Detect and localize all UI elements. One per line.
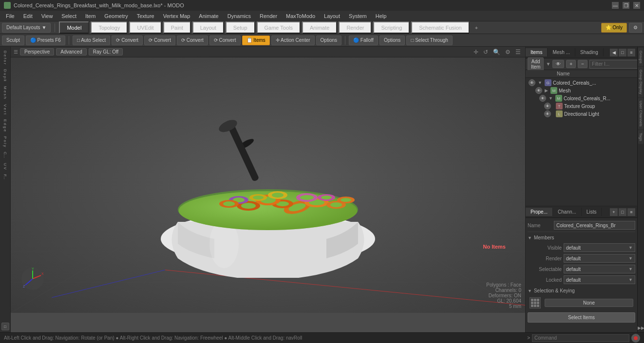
default-layouts-button[interactable]: Default Layouts ▼ — [2, 23, 51, 33]
sidebar-item-f[interactable]: F... — [2, 172, 8, 181]
visible-dropdown[interactable]: default ▼ — [564, 243, 635, 252]
sidebar-item-duplicate[interactable]: D u p li — [2, 67, 8, 83]
viewport-control-icon2[interactable]: ↺ — [483, 49, 488, 55]
props-tab-channels[interactable]: Chann... — [553, 208, 582, 216]
menu-edit[interactable]: Edit — [19, 12, 37, 20]
menu-vertexmap[interactable]: Vertex Map — [159, 12, 194, 20]
convert1-button[interactable]: ⟳ Convert — [112, 36, 143, 45]
eye-icon-5[interactable]: 👁 — [544, 110, 551, 117]
selection-keying-arrow-icon[interactable]: ▼ — [528, 289, 532, 293]
settings-button[interactable]: ⚙ — [629, 23, 642, 33]
menu-dynamics[interactable]: Dynamics — [224, 12, 255, 20]
eye-button[interactable]: 👁 — [552, 60, 564, 68]
items-button[interactable]: 📋 Items — [242, 36, 270, 45]
panel-expand-button[interactable]: ◀ — [610, 49, 618, 56]
maximize-button[interactable]: ❐ — [623, 2, 629, 9]
props-expand-button[interactable]: + — [610, 208, 618, 216]
options2-button[interactable]: Options — [379, 36, 405, 45]
sidebar-item-vertex[interactable]: V e r t — [2, 102, 8, 116]
viewport[interactable]: ☰ Perspective Advanced Ray GL: Off ✛ ↺ 🔍… — [11, 47, 525, 332]
tab-scripting[interactable]: Scripting — [373, 21, 409, 34]
tab-items[interactable]: Items — [526, 48, 548, 56]
sidebar-bottom-icon[interactable]: □ — [1, 323, 9, 330]
tab-setup[interactable]: Setup — [226, 21, 255, 34]
eye-icon-2[interactable]: 👁 — [535, 87, 542, 94]
add-icon-button[interactable]: + — [566, 60, 576, 68]
select-items-button[interactable]: Select Items — [528, 312, 635, 323]
props-tab-lists[interactable]: Lists — [582, 208, 602, 216]
viewport-control-icon3[interactable]: 🔍 — [493, 49, 500, 55]
vtab-groups[interactable]: Groups — [638, 48, 644, 66]
convert2-button[interactable]: ⟳ Convert — [144, 36, 175, 45]
options-button[interactable]: Options — [316, 36, 341, 45]
status-arrow[interactable]: > — [527, 335, 530, 341]
panel-menu-button[interactable]: ≡ — [627, 49, 635, 56]
menu-animate[interactable]: Animate — [195, 12, 222, 20]
tab-paint[interactable]: Paint — [163, 21, 190, 34]
record-button[interactable] — [631, 334, 640, 343]
tab-topology[interactable]: Topology — [91, 21, 127, 34]
filter-input[interactable] — [589, 60, 644, 69]
advanced-button[interactable]: Advanced — [56, 48, 86, 55]
tab-model[interactable]: Model — [59, 21, 89, 34]
menu-select[interactable]: Select — [57, 12, 80, 20]
eye-icon-1[interactable]: 👁 — [529, 79, 535, 86]
menu-system[interactable]: System — [345, 12, 371, 20]
viewport-control-icon5[interactable]: ☰ — [515, 49, 521, 55]
action-center-button[interactable]: ✛ Action Center — [271, 36, 315, 45]
items-list[interactable]: 👁 ▼ G Colored_Cereals_... 👁 ▶ M Mesh 👁 ▼… — [526, 78, 637, 206]
minimize-button[interactable]: — — [612, 2, 619, 9]
viewport-control-icon1[interactable]: ✛ — [474, 49, 478, 55]
menu-layout[interactable]: Layout — [320, 12, 344, 20]
item-row-colored-cereals-r[interactable]: 👁 ▼ M Colored_Cereals_R... — [527, 94, 636, 102]
sidebar-item-edge[interactable]: E d g e — [2, 117, 8, 133]
item-row-mesh[interactable]: 👁 ▶ M Mesh — [527, 87, 636, 94]
command-input[interactable] — [532, 334, 629, 342]
menu-file[interactable]: File — [2, 12, 19, 20]
add-tab-button[interactable]: + — [471, 23, 482, 33]
expand-arrow-1[interactable]: ▼ — [538, 80, 542, 85]
tab-animate[interactable]: Animate — [302, 21, 337, 34]
perspective-button[interactable]: Perspective — [20, 48, 54, 55]
tab-gametools[interactable]: Game Tools — [257, 21, 301, 34]
viewport-menu-icon[interactable]: ☰ — [14, 49, 18, 54]
auto-select-button[interactable]: □ Auto Select — [73, 36, 110, 45]
tab-render[interactable]: Render — [339, 21, 371, 34]
sculpt-button[interactable]: Sculpt — [2, 36, 24, 45]
item-row-texture-group[interactable]: 👁 T Texture Group — [527, 102, 636, 110]
props-tab-properties[interactable]: Prope... — [526, 208, 553, 216]
ray-off-button[interactable]: Ray GL: Off — [89, 48, 123, 55]
props-menu-button[interactable]: ≡ — [627, 208, 635, 216]
menu-geometry[interactable]: Geometry — [100, 12, 132, 20]
locked-dropdown[interactable]: default ▼ — [564, 275, 635, 284]
sidebar-item-mesh[interactable]: M e s h — [2, 84, 8, 101]
props-float-button[interactable]: □ — [619, 208, 626, 216]
name-input[interactable] — [554, 221, 635, 230]
vtab-tags[interactable]: Tags — [638, 130, 644, 144]
selectable-dropdown[interactable]: default ▼ — [564, 265, 635, 273]
panel-float-button[interactable]: □ — [619, 49, 626, 56]
menu-item[interactable]: Item — [81, 12, 99, 20]
none-button[interactable]: None — [545, 299, 633, 307]
sidebar-item-c[interactable]: C... — [2, 150, 8, 160]
select-through-button[interactable]: □ Select Through — [406, 36, 452, 45]
presets-button[interactable]: 🔵 Presets F6 — [26, 36, 65, 45]
render-dropdown[interactable]: default ▼ — [564, 254, 635, 263]
falloff-button[interactable]: 🔵 Falloff — [349, 36, 378, 45]
only-button[interactable]: ⭐ Only — [601, 23, 627, 33]
sidebar-item-poly[interactable]: P o l y — [2, 134, 8, 149]
tab-shading[interactable]: Shading — [575, 48, 604, 56]
tab-uvedit[interactable]: UVEdit — [129, 21, 161, 34]
tab-mesh[interactable]: Mesh ... — [548, 48, 575, 56]
menu-maxtomodo[interactable]: MaxToModo — [282, 12, 319, 20]
delete-icon-button[interactable]: − — [578, 60, 587, 68]
menu-help[interactable]: Help — [372, 12, 391, 20]
vtab-user-channels[interactable]: User Channels — [638, 98, 644, 129]
menu-render[interactable]: Render — [256, 12, 281, 20]
viewport-control-icon4[interactable]: ⚙ — [505, 49, 511, 55]
eye-icon-3[interactable]: 👁 — [539, 95, 546, 102]
eye-icon-4[interactable]: 👁 — [544, 103, 551, 109]
expand-arrow-3[interactable]: ▼ — [549, 96, 553, 101]
close-button[interactable]: ✕ — [633, 2, 640, 9]
sidebar-item-uv[interactable]: U V — [2, 161, 8, 171]
